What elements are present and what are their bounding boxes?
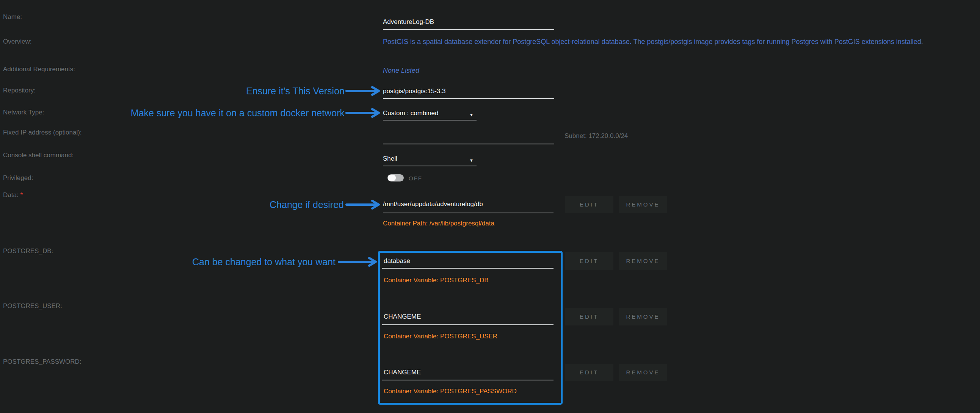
repository-input[interactable]: postgis/postgis:15-3.3 xyxy=(383,87,445,95)
postgres-user-input[interactable]: CHANGEME xyxy=(383,313,421,321)
postgres-db-variable-note: Container Variable: POSTGRES_DB xyxy=(383,276,489,284)
required-asterisk: * xyxy=(20,191,23,199)
network-type-label: Network Type: xyxy=(3,109,44,116)
privileged-toggle[interactable] xyxy=(387,174,404,181)
postgres-db-label: POSTGRES_DB: xyxy=(3,248,53,255)
data-annotation: Change if desired xyxy=(154,199,344,210)
data-path-underline xyxy=(383,213,554,213)
postgres-highlight-box xyxy=(378,251,563,405)
network-type-underline xyxy=(383,120,477,121)
postgres-user-underline xyxy=(382,324,554,325)
postgres-db-edit-button[interactable]: EDIT xyxy=(565,253,613,270)
postgres-password-variable-note: Container Variable: POSTGRES_PASSWORD xyxy=(383,388,517,395)
postgres-user-variable-note: Container Variable: POSTGRES_USER xyxy=(383,333,497,340)
fixed-ip-label: Fixed IP address (optional): xyxy=(3,129,82,137)
network-annotation: Make sure you have it on a custom docker… xyxy=(41,108,345,118)
name-input[interactable]: AdventureLog-DB xyxy=(383,18,434,26)
postgres-db-remove-button[interactable]: REMOVE xyxy=(619,253,667,270)
console-shell-underline xyxy=(383,165,477,166)
chevron-down-icon: ▼ xyxy=(469,156,474,164)
additional-requirements-label: Additional Requirements: xyxy=(3,65,75,73)
additional-requirements-value: None Listed xyxy=(383,66,419,75)
postgres-password-label: POSTGRES_PASSWORD: xyxy=(3,358,81,365)
network-type-selected-value: Custom : combined xyxy=(383,110,438,117)
data-container-path-note: Container Path: /var/lib/postgresql/data xyxy=(383,220,494,227)
repository-input-underline xyxy=(383,98,554,99)
name-input-underline xyxy=(383,29,554,30)
postgres-password-underline xyxy=(382,380,554,380)
postgres-user-remove-button[interactable]: REMOVE xyxy=(619,308,667,326)
postgres-annotation: Can be changed to what you want xyxy=(108,257,336,267)
postgres-password-input[interactable]: CHANGEME xyxy=(383,368,421,376)
docker-template-settings-page: Name: Overview: Additional Requirements:… xyxy=(0,0,980,413)
postgres-password-edit-button[interactable]: EDIT xyxy=(565,364,613,381)
repository-annotation: Ensure it's This Version xyxy=(155,86,345,96)
console-shell-selected-value: Shell xyxy=(383,155,397,162)
data-label: Data: * xyxy=(3,191,23,199)
toggle-knob xyxy=(388,175,396,181)
privileged-label: Privileged: xyxy=(3,174,33,182)
postgres-annotation-arrow xyxy=(338,257,378,267)
postgres-user-edit-button[interactable]: EDIT xyxy=(565,308,613,326)
data-path-input[interactable]: /mnt/user/appdata/adventurelog/db xyxy=(383,200,483,208)
chevron-down-icon: ▼ xyxy=(469,111,474,119)
overview-label: Overview: xyxy=(3,38,32,46)
postgres-db-input[interactable]: database xyxy=(383,257,410,265)
repository-annotation-arrow xyxy=(345,86,381,96)
console-shell-label: Console shell command: xyxy=(3,152,73,159)
network-type-select[interactable]: Custom : combined ▼ xyxy=(383,109,477,118)
postgres-user-label: POSTGRES_USER: xyxy=(3,302,62,310)
subnet-text: Subnet: 172.20.0.0/24 xyxy=(565,132,628,140)
fixed-ip-input-underline[interactable] xyxy=(383,144,554,145)
repository-label: Repository: xyxy=(3,87,36,94)
postgres-db-underline xyxy=(382,268,554,268)
privileged-state-label: OFF xyxy=(409,175,422,182)
data-annotation-arrow xyxy=(345,200,381,210)
name-label: Name: xyxy=(3,13,22,21)
data-edit-button[interactable]: EDIT xyxy=(565,196,613,213)
overview-text: PostGIS is a spatial database extender f… xyxy=(383,38,923,46)
data-remove-button[interactable]: REMOVE xyxy=(619,196,667,213)
network-annotation-arrow xyxy=(345,108,381,118)
console-shell-select[interactable]: Shell ▼ xyxy=(383,155,477,163)
data-label-text: Data: xyxy=(3,191,19,199)
postgres-password-remove-button[interactable]: REMOVE xyxy=(619,364,667,381)
